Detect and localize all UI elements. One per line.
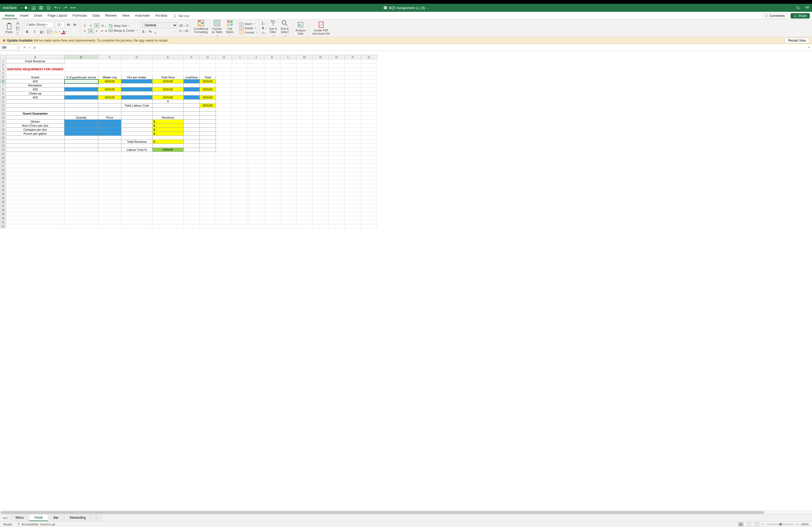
cell-H14[interactable] xyxy=(216,111,232,116)
cell-H41[interactable] xyxy=(216,220,232,224)
cell-K34[interactable] xyxy=(264,192,280,196)
cell-F19[interactable] xyxy=(184,132,200,136)
page-layout-view-icon[interactable] xyxy=(746,522,752,526)
name-box[interactable]: B6 ▴▾ xyxy=(1,45,20,50)
cell-Q15[interactable] xyxy=(361,116,377,120)
cell-A40[interactable] xyxy=(6,216,64,220)
cell-I4[interactable] xyxy=(232,71,248,75)
row-header-36[interactable]: 36 xyxy=(0,200,6,204)
cell-K16[interactable] xyxy=(264,120,280,124)
row-header-19[interactable]: 19 xyxy=(0,132,6,136)
cancel-formula-icon[interactable]: ✕ xyxy=(23,45,26,50)
cell-P30[interactable] xyxy=(345,176,361,180)
cell-C37[interactable] xyxy=(98,204,121,208)
cell-C3[interactable] xyxy=(98,67,121,71)
cell-K9[interactable] xyxy=(264,91,280,95)
cell-C28[interactable] xyxy=(98,168,121,172)
cell-E35[interactable] xyxy=(153,196,184,200)
cell-C40[interactable] xyxy=(98,216,121,220)
cell-D11[interactable] xyxy=(121,100,153,104)
cell-F7[interactable] xyxy=(184,84,200,88)
cell-E38[interactable] xyxy=(153,208,184,212)
cell-N28[interactable] xyxy=(313,168,329,172)
cell-I14[interactable] xyxy=(232,111,248,116)
increase-font-icon[interactable]: A▴ xyxy=(66,22,71,27)
cell-L33[interactable] xyxy=(280,188,296,192)
col-header-J[interactable]: J xyxy=(248,55,264,59)
cell-F10[interactable] xyxy=(184,95,200,100)
cell-D39[interactable] xyxy=(121,212,153,216)
cell-I39[interactable] xyxy=(232,212,248,216)
cell-Q13[interactable] xyxy=(361,108,377,111)
sheet-tab-menu[interactable]: Menu xyxy=(10,515,29,521)
cell-P12[interactable] xyxy=(345,104,361,108)
cell-J31[interactable] xyxy=(248,180,264,184)
cell-G39[interactable] xyxy=(200,212,216,216)
cell-L22[interactable] xyxy=(280,144,296,148)
cell-B34[interactable] xyxy=(64,192,98,196)
cell-P21[interactable] xyxy=(345,140,361,144)
row-header-13[interactable]: 13 xyxy=(0,108,6,111)
fill-color-button[interactable] xyxy=(55,29,60,35)
cell-A6[interactable]: 420 xyxy=(6,79,64,84)
cell-G24[interactable] xyxy=(200,152,216,156)
cell-G9[interactable] xyxy=(200,91,216,95)
cell-P8[interactable] xyxy=(345,88,361,91)
cell-P22[interactable] xyxy=(345,144,361,148)
cell-L13[interactable] xyxy=(280,108,296,111)
cell-H27[interactable] xyxy=(216,164,232,168)
cell-A8[interactable]: 420 xyxy=(6,88,64,91)
cell-N11[interactable] xyxy=(313,100,329,104)
cell-F28[interactable] xyxy=(184,168,200,172)
cell-D20[interactable] xyxy=(121,136,153,140)
cell-H33[interactable] xyxy=(216,188,232,192)
cell-N4[interactable] xyxy=(313,71,329,75)
cell-E20[interactable] xyxy=(153,136,184,140)
cell-B10[interactable] xyxy=(64,95,98,100)
cell-C2[interactable] xyxy=(98,63,121,67)
cell-H23[interactable] xyxy=(216,148,232,152)
cell-H36[interactable] xyxy=(216,200,232,204)
tab-review[interactable]: Review xyxy=(103,12,119,19)
cell-D21[interactable]: Total Revenue xyxy=(121,140,153,144)
cell-L7[interactable] xyxy=(280,84,296,88)
cell-I15[interactable] xyxy=(232,116,248,120)
cell-J7[interactable] xyxy=(248,84,264,88)
cell-C4[interactable] xyxy=(98,71,121,75)
cell-J38[interactable] xyxy=(248,208,264,212)
cell-I36[interactable] xyxy=(232,200,248,204)
col-header-Q[interactable]: Q xyxy=(361,55,377,59)
cell-D27[interactable] xyxy=(121,164,153,168)
cell-D13[interactable] xyxy=(121,108,153,111)
cell-O19[interactable] xyxy=(329,132,345,136)
save-icon[interactable] xyxy=(39,6,43,10)
row-header-31[interactable]: 31 xyxy=(0,180,6,184)
sort-filter-button[interactable]: Sort & Filter xyxy=(268,19,278,37)
cell-F6[interactable] xyxy=(184,79,200,84)
cell-G41[interactable] xyxy=(200,220,216,224)
cell-J32[interactable] xyxy=(248,184,264,188)
cell-E30[interactable] xyxy=(153,176,184,180)
cell-H40[interactable] xyxy=(216,216,232,220)
cell-P9[interactable] xyxy=(345,91,361,95)
cell-G36[interactable] xyxy=(200,200,216,204)
row-header-35[interactable]: 35 xyxy=(0,196,6,200)
row-header-5[interactable]: 5 xyxy=(0,75,6,79)
cell-M39[interactable] xyxy=(296,212,313,216)
cell-O31[interactable] xyxy=(329,180,345,184)
cell-K25[interactable] xyxy=(264,156,280,160)
cell-P31[interactable] xyxy=(345,180,361,184)
row-header-38[interactable]: 38 xyxy=(0,208,6,212)
cell-B21[interactable] xyxy=(64,140,98,144)
cell-B7[interactable] xyxy=(64,84,98,88)
cell-Q23[interactable] xyxy=(361,148,377,152)
cell-M6[interactable] xyxy=(296,79,313,84)
cell-C14[interactable] xyxy=(98,111,121,116)
cell-D2[interactable] xyxy=(121,63,153,67)
cell-B22[interactable] xyxy=(64,144,98,148)
row-header-40[interactable]: 40 xyxy=(0,216,6,220)
cell-K12[interactable] xyxy=(264,104,280,108)
cell-K15[interactable] xyxy=(264,116,280,120)
col-header-A[interactable]: A xyxy=(6,55,64,59)
cell-E42[interactable] xyxy=(153,224,184,228)
